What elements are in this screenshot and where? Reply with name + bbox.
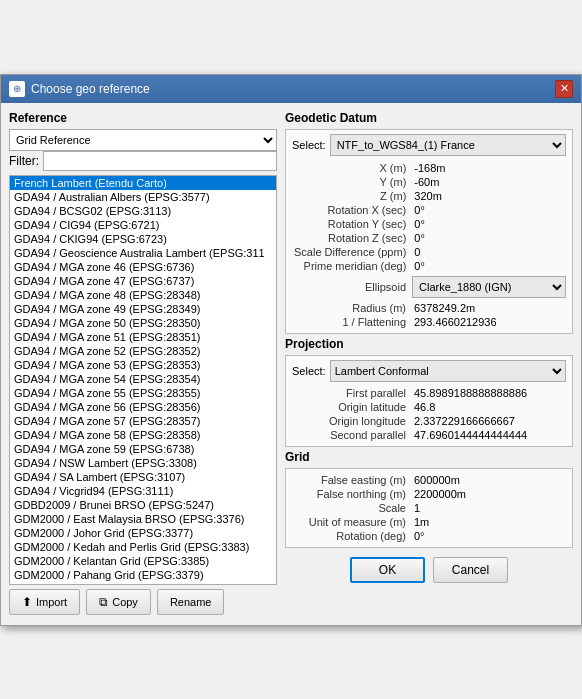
field-value: -168m <box>412 161 566 175</box>
dialog-body: Reference Grid Reference Filter: French … <box>1 103 581 625</box>
field-value: 47.6960144444444444 <box>412 428 566 442</box>
list-item[interactable]: GDM2000 / Pahang Grid (EPSG:3379) <box>10 568 276 582</box>
table-row: Scale Difference (ppm)0 <box>292 245 566 259</box>
list-item[interactable]: GDM2000 / Johor Grid (EPSG:3377) <box>10 526 276 540</box>
field-label: Rotation Z (sec) <box>292 231 412 245</box>
import-icon: ⬆ <box>22 595 32 609</box>
table-row: Unit of measure (m)1m <box>292 515 566 529</box>
cancel-button[interactable]: Cancel <box>433 557 508 583</box>
ellipsoid-sub-table: Radius (m)6378249.2m1 / Flattening293.46… <box>292 301 566 329</box>
rename-button[interactable]: Rename <box>157 589 225 615</box>
table-row: Rotation X (sec)0° <box>292 203 566 217</box>
list-item[interactable]: GDA94 / MGA zone 51 (EPSG:28351) <box>10 330 276 344</box>
field-value: 0° <box>412 529 566 543</box>
list-item[interactable]: GDA94 / CKIG94 (EPSG:6723) <box>10 232 276 246</box>
list-item[interactable]: GDA94 / MGA zone 52 (EPSG:28352) <box>10 344 276 358</box>
list-item[interactable]: GDA94 / MGA zone 56 (EPSG:28356) <box>10 400 276 414</box>
field-value: 2200000m <box>412 487 566 501</box>
table-row: Prime meridian (deg)0° <box>292 259 566 273</box>
ellipsoid-select[interactable]: Clarke_1880 (IGN) <box>412 276 566 298</box>
field-value: 0° <box>412 259 566 273</box>
field-label: Scale <box>292 501 412 515</box>
list-item[interactable]: GDM2000 / East Malaysia BRSO (EPSG:3376) <box>10 512 276 526</box>
list-item[interactable]: GDA94 / MGA zone 57 (EPSG:28357) <box>10 414 276 428</box>
bottom-buttons: ⬆ Import ⧉ Copy Rename <box>9 585 277 617</box>
geodetic-select-row: Select: NTF_to_WGS84_(1) France <box>292 134 566 156</box>
geodetic-datum-select[interactable]: NTF_to_WGS84_(1) France <box>330 134 566 156</box>
table-row: Second parallel47.6960144444444444 <box>292 428 566 442</box>
field-label: Z (m) <box>292 189 412 203</box>
field-label: Unit of measure (m) <box>292 515 412 529</box>
geodetic-fields-table: X (m)-168mY (m)-60mZ (m)320mRotation X (… <box>292 161 566 273</box>
field-label: Rotation (deg) <box>292 529 412 543</box>
field-value: 0° <box>412 231 566 245</box>
reference-label: Reference <box>9 111 277 125</box>
projection-select-row: Select: Lambert Conformal <box>292 360 566 382</box>
list-item[interactable]: GDM2000 / Kelantan Grid (EPSG:3385) <box>10 554 276 568</box>
list-item[interactable]: GDBD2009 / Brunei BRSO (EPSG:5247) <box>10 498 276 512</box>
field-value: 1m <box>412 515 566 529</box>
table-row: X (m)-168m <box>292 161 566 175</box>
table-row: False northing (m)2200000m <box>292 487 566 501</box>
list-item[interactable]: GDA94 / MGA zone 58 (EPSG:28358) <box>10 428 276 442</box>
list-item[interactable]: GDA94 / MGA zone 55 (EPSG:28355) <box>10 386 276 400</box>
field-label: First parallel <box>292 386 412 400</box>
field-value: 46.8 <box>412 400 566 414</box>
list-item[interactable]: French Lambert (Etendu Carto) <box>10 176 276 190</box>
table-row: First parallel45.8989188888888886 <box>292 386 566 400</box>
list-item[interactable]: GDA94 / MGA zone 50 (EPSG:28350) <box>10 316 276 330</box>
geodetic-datum-title: Geodetic Datum <box>285 111 573 125</box>
table-row: Z (m)320m <box>292 189 566 203</box>
list-item[interactable]: GDA94 / SA Lambert (EPSG:3107) <box>10 470 276 484</box>
table-row: Rotation (deg)0° <box>292 529 566 543</box>
projection-fields-table: First parallel45.8989188888888886Origin … <box>292 386 566 442</box>
list-item[interactable]: GDA94 / Australian Albers (EPSG:3577) <box>10 190 276 204</box>
close-button[interactable]: ✕ <box>555 80 573 98</box>
import-button[interactable]: ⬆ Import <box>9 589 80 615</box>
table-row: Origin latitude46.8 <box>292 400 566 414</box>
filter-row: Filter: <box>9 151 277 171</box>
list-item[interactable]: GDA94 / MGA zone 46 (EPSG:6736) <box>10 260 276 274</box>
dialog-title: Choose geo reference <box>31 82 150 96</box>
field-label: False easting (m) <box>292 473 412 487</box>
field-value: 0° <box>412 217 566 231</box>
table-row: Rotation Z (sec)0° <box>292 231 566 245</box>
grid-title: Grid <box>285 450 573 464</box>
list-item[interactable]: GDM2000 / Kedah and Perlis Grid (EPSG:33… <box>10 540 276 554</box>
list-item[interactable]: GDA94 / MGA zone 49 (EPSG:28349) <box>10 302 276 316</box>
reference-list[interactable]: French Lambert (Etendu Carto)GDA94 / Aus… <box>9 175 277 585</box>
field-value: 293.4660212936 <box>412 315 566 329</box>
projection-select-label: Select: <box>292 365 326 377</box>
list-item[interactable]: GDA94 / MGA zone 48 (EPSG:28348) <box>10 288 276 302</box>
field-value: -60m <box>412 175 566 189</box>
copy-icon: ⧉ <box>99 595 108 609</box>
grid-fields-table: False easting (m)600000mFalse northing (… <box>292 473 566 543</box>
table-row: False easting (m)600000m <box>292 473 566 487</box>
list-item[interactable]: GDA94 / CIG94 (EPSG:6721) <box>10 218 276 232</box>
ok-button[interactable]: OK <box>350 557 425 583</box>
table-row: Y (m)-60m <box>292 175 566 189</box>
list-item[interactable]: GDA94 / MGA zone 47 (EPSG:6737) <box>10 274 276 288</box>
list-item[interactable]: GDA94 / Geoscience Australia Lambert (EP… <box>10 246 276 260</box>
field-value: 320m <box>412 189 566 203</box>
field-label: Radius (m) <box>292 301 412 315</box>
table-row: Radius (m)6378249.2m <box>292 301 566 315</box>
list-item[interactable]: GDA94 / MGA zone 54 (EPSG:28354) <box>10 372 276 386</box>
filter-input[interactable] <box>43 151 277 171</box>
projection-select[interactable]: Lambert Conformal <box>330 360 566 382</box>
list-item[interactable]: GDA94 / NSW Lambert (EPSG:3308) <box>10 456 276 470</box>
reference-dropdown[interactable]: Grid Reference <box>9 129 277 151</box>
list-item[interactable]: GDA94 / BCSG02 (EPSG:3113) <box>10 204 276 218</box>
right-panel: Geodetic Datum Select: NTF_to_WGS84_(1) … <box>285 111 573 617</box>
list-item[interactable]: GDA94 / MGA zone 59 (EPSG:6738) <box>10 442 276 456</box>
ellipsoid-label: Ellipsoid <box>292 281 412 293</box>
field-value: 45.8989188888888886 <box>412 386 566 400</box>
list-item[interactable]: GDA94 / Vicgrid94 (EPSG:3111) <box>10 484 276 498</box>
table-row: Origin longitude2.337229166666667 <box>292 414 566 428</box>
field-value: 0° <box>412 203 566 217</box>
field-label: Rotation X (sec) <box>292 203 412 217</box>
field-label: 1 / Flattening <box>292 315 412 329</box>
list-item[interactable]: GDA94 / MGA zone 53 (EPSG:28353) <box>10 358 276 372</box>
field-label: False northing (m) <box>292 487 412 501</box>
copy-button[interactable]: ⧉ Copy <box>86 589 151 615</box>
